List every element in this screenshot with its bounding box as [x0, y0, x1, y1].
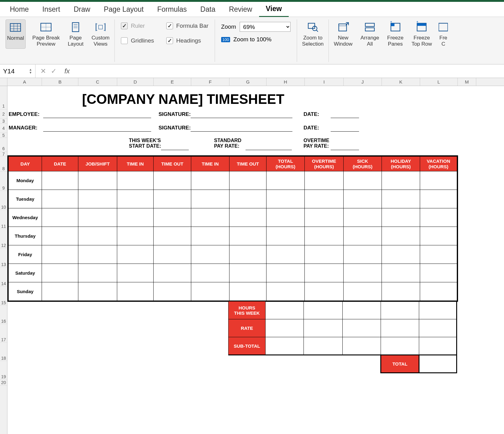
svg-text:*: *: [416, 21, 418, 25]
normal-view-button[interactable]: Normal: [6, 19, 26, 49]
menu-page-layout[interactable]: Page Layout: [97, 2, 151, 17]
svg-line-21: [316, 30, 318, 31]
zoom-label: Zoom: [221, 23, 236, 30]
arrange-icon: [363, 21, 376, 34]
signature-label: SIGNATURE:: [159, 111, 191, 117]
gridlines-checkbox[interactable]: Gridlines: [121, 37, 154, 44]
row-headers[interactable]: 1 2 3 4 5 6 7 8 9 10 11 12 13 14 15 16 1…: [0, 86, 7, 434]
date2-label: DATE:: [304, 125, 319, 131]
svg-rect-22: [339, 24, 346, 31]
freeze-panes-button[interactable]: * Freeze Panes: [386, 19, 405, 49]
date-label: DATE:: [304, 111, 319, 117]
headings-checkbox[interactable]: Headings: [166, 37, 209, 44]
page-break-icon: [39, 21, 52, 34]
svg-text:*: *: [390, 21, 392, 25]
page-layout-button[interactable]: Page Layout: [67, 19, 85, 49]
menu-insert[interactable]: Insert: [35, 2, 67, 17]
signature2-label: SIGNATURE:: [159, 125, 191, 131]
table-row[interactable]: Saturday: [9, 264, 457, 282]
formula-bar: Y14 ▲▼ ✕ ✓ fx: [0, 64, 504, 78]
name-box[interactable]: Y14 ▲▼: [0, 64, 35, 78]
summary-table[interactable]: HOURS THIS WEEK RATE SUB-TOTAL TOTAL: [228, 301, 457, 373]
std-rate-label: STANDARD PAY RATE:: [214, 138, 242, 149]
zoom-select[interactable]: 69%: [240, 22, 291, 32]
formula-bar-checkbox[interactable]: Formula Bar: [166, 23, 209, 29]
svg-rect-18: [99, 25, 103, 29]
svg-rect-0: [10, 23, 21, 31]
menu-review[interactable]: Review: [222, 2, 259, 17]
employee-label: EMPLOYEE:: [9, 111, 39, 117]
ruler-checkbox: Ruler: [121, 23, 154, 29]
zoom-to-selection-button[interactable]: Zoom to Selection: [301, 19, 325, 49]
spinner-icon[interactable]: ▲▼: [29, 68, 32, 74]
freeze-row-icon: *: [415, 21, 428, 34]
grid-icon: [9, 21, 22, 34]
menu-view[interactable]: View: [259, 2, 289, 17]
arrange-all-button[interactable]: Arrange All: [359, 19, 380, 49]
ot-rate-label: OVERTIME PAY RATE:: [304, 138, 329, 149]
select-all-corner[interactable]: [0, 78, 7, 86]
freeze-col-icon: [439, 21, 448, 34]
freeze-column-button[interactable]: Fre C: [439, 19, 448, 49]
svg-rect-25: [365, 28, 374, 31]
enter-icon[interactable]: ✓: [51, 67, 56, 75]
ribbon: Normal Page Break Preview Page Layout Cu…: [0, 17, 504, 64]
spreadsheet-area[interactable]: [COMPANY NAME] TIMESHEET EMPLOYEE: SIGNA…: [7, 86, 504, 434]
formula-input[interactable]: [73, 64, 504, 78]
fx-icon[interactable]: fx: [61, 67, 73, 75]
custom-views-button[interactable]: Custom Views: [90, 19, 111, 49]
table-row[interactable]: Monday: [9, 171, 457, 190]
freeze-top-row-button[interactable]: * Freeze Top Row: [410, 19, 433, 49]
svg-rect-8: [72, 23, 79, 31]
page-icon: [69, 21, 82, 34]
menu-formulas[interactable]: Formulas: [151, 2, 194, 17]
table-row[interactable]: Wednesday: [9, 208, 457, 227]
timesheet-table[interactable]: DAY DATE JOB/SHIFT TIME IN TIME OUT TIME…: [7, 155, 458, 302]
column-headers[interactable]: A B C D E F G H I J K L M: [0, 78, 504, 86]
menu-data[interactable]: Data: [194, 2, 222, 17]
start-date-label: THIS WEEK'S START DATE:: [129, 138, 161, 149]
table-row[interactable]: Tuesday: [9, 190, 457, 208]
menu-draw[interactable]: Draw: [67, 2, 97, 17]
page-break-preview-button[interactable]: Page Break Preview: [31, 19, 61, 49]
freeze-panes-icon: *: [389, 21, 402, 34]
table-row[interactable]: Sunday: [9, 282, 457, 301]
svg-rect-19: [308, 23, 315, 28]
custom-views-icon: [94, 21, 107, 34]
menu-home[interactable]: Home: [3, 2, 35, 17]
manager-label: MANAGER:: [9, 125, 38, 131]
table-row[interactable]: Thursday: [9, 227, 457, 245]
table-header-row: DAY DATE JOB/SHIFT TIME IN TIME OUT TIME…: [9, 157, 457, 171]
zoom-100-button[interactable]: 100Zoom to 100%: [221, 36, 291, 43]
magnifier-icon: [306, 21, 319, 34]
svg-rect-30: [417, 23, 426, 26]
svg-rect-24: [365, 23, 374, 27]
new-window-button[interactable]: New Window: [333, 19, 353, 49]
cancel-icon[interactable]: ✕: [40, 67, 46, 75]
svg-rect-32: [439, 23, 448, 31]
sheet-title: [COMPANY NAME] TIMESHEET: [7, 92, 359, 107]
menu-bar: Home Insert Draw Page Layout Formulas Da…: [0, 2, 504, 17]
table-row[interactable]: Friday: [9, 245, 457, 264]
new-window-icon: [337, 21, 350, 34]
